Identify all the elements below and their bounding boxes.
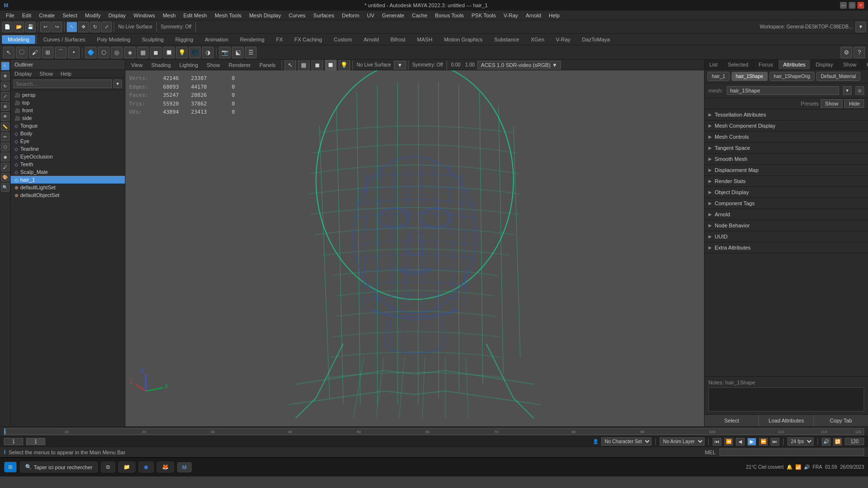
menu-arnold[interactable]: Arnold (522, 12, 545, 19)
object-display-header[interactable]: ▶ Object Display (705, 187, 868, 198)
lasso-btn[interactable]: 〇 (16, 47, 27, 58)
step-forward-btn[interactable]: ⏩ (759, 438, 768, 446)
live-surface-dropdown[interactable]: ▼ (394, 61, 406, 69)
tab-bifrost[interactable]: Bifrost (385, 35, 411, 44)
render-stats-header[interactable]: ▶ Render Stats (705, 176, 868, 186)
node-tab-hair1shapeorig[interactable]: hair_1ShapeOrig (770, 72, 815, 81)
select-button[interactable]: Select (705, 415, 759, 426)
paint-btn[interactable]: 🖌 (29, 47, 41, 58)
mode-tab-modeling[interactable]: Modeling (2, 35, 35, 44)
menu-generate[interactable]: Generate (378, 12, 408, 19)
xray-btn[interactable]: ◎ (111, 47, 122, 58)
vp-textured-btn[interactable]: 🔲 (325, 60, 337, 71)
select-tool-btn[interactable]: ↖ (1, 62, 10, 70)
tab-arnold[interactable]: Arnold (358, 35, 385, 44)
tab-substance[interactable]: Substance (488, 35, 525, 44)
tree-item-eye[interactable]: ◇ Eye (11, 137, 125, 145)
tab-custom[interactable]: Custom (328, 35, 358, 44)
smooth-mesh-header[interactable]: ▶ Smooth Mesh (705, 154, 868, 164)
tab-display[interactable]: Display (811, 60, 838, 69)
tree-item-default-lightset[interactable]: ⊕ defaultLightSet (11, 184, 125, 191)
current-frame-input[interactable] (26, 438, 45, 445)
step-back-btn[interactable]: ⏪ (724, 438, 733, 446)
tree-item-body[interactable]: ◇ Body (11, 130, 125, 137)
tree-item-side[interactable]: 🎥 side (11, 114, 125, 122)
mel-command-input[interactable] (719, 448, 864, 456)
tree-item-top[interactable]: 🎥 top (11, 99, 125, 106)
menu-mesh[interactable]: Mesh (159, 12, 179, 19)
search-tool-btn[interactable]: 🔍 (1, 183, 10, 192)
menu-windows[interactable]: Windows (130, 12, 159, 19)
hud-btn[interactable]: ☰ (245, 47, 257, 58)
start-btn[interactable]: ⊞ (4, 462, 17, 473)
tab-vray[interactable]: V-Ray (550, 35, 576, 44)
play-back-btn[interactable]: ◀ (736, 438, 745, 446)
viewport-canvas[interactable]: Verts: 42146 23387 0 Edges: 68093 44170 … (125, 70, 704, 426)
character-set-select[interactable]: No Character Set (601, 437, 651, 446)
menu-create[interactable]: Create (35, 12, 59, 19)
tab-xgen[interactable]: XGen (525, 35, 550, 44)
mesh-focus-btn[interactable]: ◎ (855, 86, 864, 95)
mesh-value-input[interactable] (727, 86, 839, 95)
workspace-btn[interactable]: ▼ (855, 22, 866, 32)
outliner-menu-help[interactable]: Help (57, 70, 76, 78)
wireframe-btn[interactable]: ▦ (137, 47, 149, 58)
go-to-start-btn[interactable]: ⏮ (713, 438, 721, 446)
tab-attributes[interactable]: Attributes (778, 60, 811, 69)
vp-menu-view[interactable]: View (127, 61, 147, 69)
quick-select-btn[interactable]: ⬡ (1, 143, 10, 151)
menu-edit[interactable]: Edit (18, 12, 35, 19)
mesh-controls-header[interactable]: ▶ Mesh Controls (705, 132, 868, 142)
save-btn[interactable]: 💾 (25, 22, 36, 32)
rotate-btn[interactable]: ↻ (90, 22, 100, 32)
tab-mash[interactable]: MASH (411, 35, 438, 44)
paint-effects-btn[interactable]: 🎨 (1, 173, 10, 182)
hide-button[interactable]: Hide (844, 99, 864, 108)
universal-tool-btn[interactable]: ⊕ (1, 102, 10, 111)
start-frame-input[interactable] (4, 438, 23, 445)
scale-tool-btn[interactable]: ⤢ (1, 92, 10, 101)
help-icon-btn[interactable]: ? (854, 47, 865, 58)
menu-mesh-tools[interactable]: Mesh Tools (211, 12, 245, 19)
tab-daztomaya[interactable]: DazToMaya (576, 35, 616, 44)
menu-file[interactable]: File (2, 12, 18, 19)
menu-surfaces[interactable]: Surfaces (310, 12, 338, 19)
tab-sculpting[interactable]: Sculpting (136, 35, 169, 44)
tessellation-header[interactable]: ▶ Tessellation Attributes (705, 109, 868, 120)
scale-btn[interactable]: ⤢ (101, 22, 112, 32)
mesh-display-btn[interactable]: 🔷 (85, 47, 96, 58)
arnold-header[interactable]: ▶ Arnold (705, 209, 868, 220)
show-button[interactable]: Show (821, 99, 843, 108)
copy-tab-button[interactable]: Copy Tab (814, 415, 868, 426)
node-tab-hair1[interactable]: hair_1 (707, 72, 730, 81)
extra-attributes-header[interactable]: ▶ Extra Attributes (705, 242, 868, 253)
node-behavior-header[interactable]: ▶ Node Behavior (705, 220, 868, 231)
tree-item-teeth[interactable]: ◇ Teeth (11, 160, 125, 168)
maya-taskbar-btn[interactable]: M (177, 462, 192, 473)
tree-item-default-objectset[interactable]: ⊕ defaultObjectSet (11, 191, 125, 199)
render-mode-dropdown[interactable]: ACES 1.0 SDR-video (sRGB) ▼ (477, 61, 560, 69)
outliner-menu-display[interactable]: Display (11, 70, 36, 78)
show-hide-btn[interactable]: 👁 (1, 112, 10, 121)
node-tab-hair1shape[interactable]: hair_1Shape (732, 72, 768, 81)
tab-focus[interactable]: Focus (754, 60, 778, 69)
search-options-btn[interactable]: ▼ (113, 79, 122, 88)
tab-motion-graphics[interactable]: Motion Graphics (438, 35, 488, 44)
menu-display[interactable]: Display (105, 12, 130, 19)
open-btn[interactable]: 📂 (14, 22, 24, 32)
new-btn[interactable]: 📄 (2, 22, 13, 32)
tree-item-scalp[interactable]: ◇ Scalp_Male (11, 168, 125, 176)
tab-help[interactable]: Help (862, 60, 868, 69)
snap-point-btn[interactable]: • (68, 47, 80, 58)
menu-mesh-display[interactable]: Mesh Display (245, 12, 285, 19)
menu-psk-tools[interactable]: PSK Tools (468, 12, 500, 19)
move-tool-btn[interactable]: ✥ (1, 72, 10, 80)
menu-help[interactable]: Help (545, 12, 564, 19)
snap-grid-btn[interactable]: ⊞ (42, 47, 54, 58)
search-input[interactable] (14, 79, 112, 88)
search-taskbar-btn[interactable]: 🔍 Taper ici pour rechercher (20, 462, 98, 473)
isolate-btn[interactable]: ◈ (124, 47, 136, 58)
ao-btn[interactable]: ◑ (202, 47, 214, 58)
resolution-btn[interactable]: ⬕ (232, 47, 244, 58)
taskview-btn[interactable]: ⧉ (101, 462, 115, 473)
